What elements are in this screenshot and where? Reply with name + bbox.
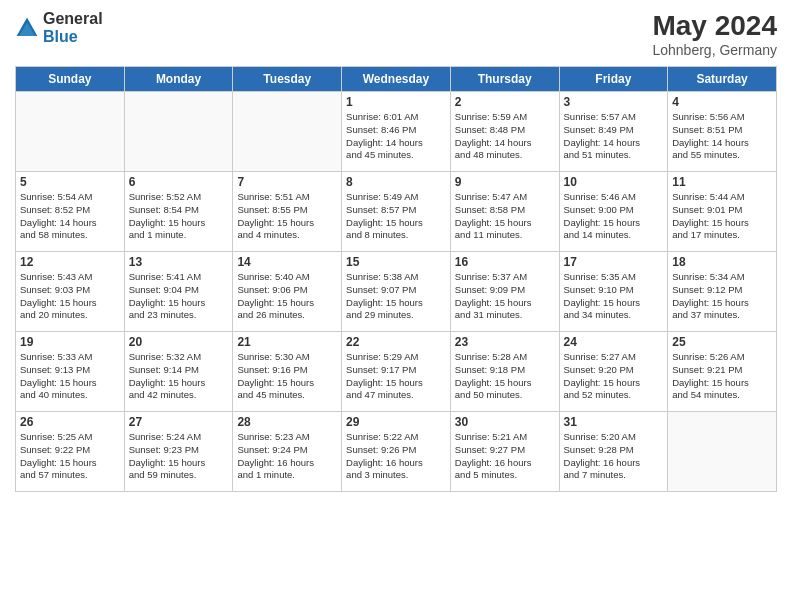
calendar-week-row: 12Sunrise: 5:43 AMSunset: 9:03 PMDayligh…	[16, 252, 777, 332]
calendar-week-row: 1Sunrise: 6:01 AMSunset: 8:46 PMDaylight…	[16, 92, 777, 172]
day-number: 10	[564, 175, 664, 189]
day-number: 8	[346, 175, 446, 189]
day-info: Sunrise: 5:28 AMSunset: 9:18 PMDaylight:…	[455, 351, 555, 402]
weekday-header-saturday: Saturday	[668, 67, 777, 92]
day-info: Sunrise: 5:29 AMSunset: 9:17 PMDaylight:…	[346, 351, 446, 402]
logo-icon	[15, 16, 39, 40]
day-info: Sunrise: 5:35 AMSunset: 9:10 PMDaylight:…	[564, 271, 664, 322]
day-info: Sunrise: 5:56 AMSunset: 8:51 PMDaylight:…	[672, 111, 772, 162]
calendar-cell: 25Sunrise: 5:26 AMSunset: 9:21 PMDayligh…	[668, 332, 777, 412]
calendar-cell: 11Sunrise: 5:44 AMSunset: 9:01 PMDayligh…	[668, 172, 777, 252]
calendar-cell: 30Sunrise: 5:21 AMSunset: 9:27 PMDayligh…	[450, 412, 559, 492]
day-info: Sunrise: 5:33 AMSunset: 9:13 PMDaylight:…	[20, 351, 120, 402]
weekday-header-friday: Friday	[559, 67, 668, 92]
calendar-cell: 16Sunrise: 5:37 AMSunset: 9:09 PMDayligh…	[450, 252, 559, 332]
day-info: Sunrise: 5:23 AMSunset: 9:24 PMDaylight:…	[237, 431, 337, 482]
day-info: Sunrise: 5:52 AMSunset: 8:54 PMDaylight:…	[129, 191, 229, 242]
day-number: 13	[129, 255, 229, 269]
day-info: Sunrise: 5:41 AMSunset: 9:04 PMDaylight:…	[129, 271, 229, 322]
day-info: Sunrise: 5:30 AMSunset: 9:16 PMDaylight:…	[237, 351, 337, 402]
calendar-cell: 7Sunrise: 5:51 AMSunset: 8:55 PMDaylight…	[233, 172, 342, 252]
calendar-cell: 22Sunrise: 5:29 AMSunset: 9:17 PMDayligh…	[342, 332, 451, 412]
calendar-cell: 29Sunrise: 5:22 AMSunset: 9:26 PMDayligh…	[342, 412, 451, 492]
day-info: Sunrise: 5:26 AMSunset: 9:21 PMDaylight:…	[672, 351, 772, 402]
day-info: Sunrise: 5:43 AMSunset: 9:03 PMDaylight:…	[20, 271, 120, 322]
weekday-header-monday: Monday	[124, 67, 233, 92]
day-info: Sunrise: 5:32 AMSunset: 9:14 PMDaylight:…	[129, 351, 229, 402]
day-number: 18	[672, 255, 772, 269]
logo-general: General	[43, 10, 103, 27]
day-number: 1	[346, 95, 446, 109]
day-number: 30	[455, 415, 555, 429]
day-number: 22	[346, 335, 446, 349]
calendar-cell: 12Sunrise: 5:43 AMSunset: 9:03 PMDayligh…	[16, 252, 125, 332]
day-info: Sunrise: 5:25 AMSunset: 9:22 PMDaylight:…	[20, 431, 120, 482]
day-info: Sunrise: 5:40 AMSunset: 9:06 PMDaylight:…	[237, 271, 337, 322]
day-info: Sunrise: 5:21 AMSunset: 9:27 PMDaylight:…	[455, 431, 555, 482]
day-info: Sunrise: 5:49 AMSunset: 8:57 PMDaylight:…	[346, 191, 446, 242]
day-number: 21	[237, 335, 337, 349]
day-number: 5	[20, 175, 120, 189]
day-number: 28	[237, 415, 337, 429]
day-number: 24	[564, 335, 664, 349]
day-info: Sunrise: 5:54 AMSunset: 8:52 PMDaylight:…	[20, 191, 120, 242]
location: Lohnberg, Germany	[652, 42, 777, 58]
weekday-header-wednesday: Wednesday	[342, 67, 451, 92]
calendar-cell: 5Sunrise: 5:54 AMSunset: 8:52 PMDaylight…	[16, 172, 125, 252]
day-number: 26	[20, 415, 120, 429]
day-number: 20	[129, 335, 229, 349]
calendar-week-row: 26Sunrise: 5:25 AMSunset: 9:22 PMDayligh…	[16, 412, 777, 492]
calendar-cell: 17Sunrise: 5:35 AMSunset: 9:10 PMDayligh…	[559, 252, 668, 332]
day-info: Sunrise: 5:37 AMSunset: 9:09 PMDaylight:…	[455, 271, 555, 322]
day-number: 11	[672, 175, 772, 189]
day-info: Sunrise: 5:46 AMSunset: 9:00 PMDaylight:…	[564, 191, 664, 242]
day-number: 9	[455, 175, 555, 189]
header: General Blue May 2024 Lohnberg, Germany	[15, 10, 777, 58]
day-info: Sunrise: 5:47 AMSunset: 8:58 PMDaylight:…	[455, 191, 555, 242]
calendar-page: General Blue May 2024 Lohnberg, Germany …	[0, 0, 792, 612]
calendar-cell: 8Sunrise: 5:49 AMSunset: 8:57 PMDaylight…	[342, 172, 451, 252]
day-number: 17	[564, 255, 664, 269]
calendar-cell: 19Sunrise: 5:33 AMSunset: 9:13 PMDayligh…	[16, 332, 125, 412]
calendar-cell: 28Sunrise: 5:23 AMSunset: 9:24 PMDayligh…	[233, 412, 342, 492]
day-number: 31	[564, 415, 664, 429]
calendar-cell: 9Sunrise: 5:47 AMSunset: 8:58 PMDaylight…	[450, 172, 559, 252]
day-number: 15	[346, 255, 446, 269]
calendar-cell: 10Sunrise: 5:46 AMSunset: 9:00 PMDayligh…	[559, 172, 668, 252]
day-number: 2	[455, 95, 555, 109]
calendar-cell	[16, 92, 125, 172]
day-info: Sunrise: 5:20 AMSunset: 9:28 PMDaylight:…	[564, 431, 664, 482]
day-number: 16	[455, 255, 555, 269]
day-info: Sunrise: 5:59 AMSunset: 8:48 PMDaylight:…	[455, 111, 555, 162]
calendar-week-row: 5Sunrise: 5:54 AMSunset: 8:52 PMDaylight…	[16, 172, 777, 252]
calendar-cell: 2Sunrise: 5:59 AMSunset: 8:48 PMDaylight…	[450, 92, 559, 172]
calendar-week-row: 19Sunrise: 5:33 AMSunset: 9:13 PMDayligh…	[16, 332, 777, 412]
calendar-cell: 13Sunrise: 5:41 AMSunset: 9:04 PMDayligh…	[124, 252, 233, 332]
calendar-cell: 1Sunrise: 6:01 AMSunset: 8:46 PMDaylight…	[342, 92, 451, 172]
day-number: 3	[564, 95, 664, 109]
calendar-cell: 24Sunrise: 5:27 AMSunset: 9:20 PMDayligh…	[559, 332, 668, 412]
day-info: Sunrise: 5:51 AMSunset: 8:55 PMDaylight:…	[237, 191, 337, 242]
calendar-cell: 20Sunrise: 5:32 AMSunset: 9:14 PMDayligh…	[124, 332, 233, 412]
calendar-cell	[233, 92, 342, 172]
day-number: 14	[237, 255, 337, 269]
day-info: Sunrise: 5:44 AMSunset: 9:01 PMDaylight:…	[672, 191, 772, 242]
calendar-cell: 26Sunrise: 5:25 AMSunset: 9:22 PMDayligh…	[16, 412, 125, 492]
day-number: 27	[129, 415, 229, 429]
day-info: Sunrise: 5:27 AMSunset: 9:20 PMDaylight:…	[564, 351, 664, 402]
day-info: Sunrise: 5:34 AMSunset: 9:12 PMDaylight:…	[672, 271, 772, 322]
logo: General Blue	[15, 10, 103, 45]
day-info: Sunrise: 5:38 AMSunset: 9:07 PMDaylight:…	[346, 271, 446, 322]
day-number: 25	[672, 335, 772, 349]
day-number: 12	[20, 255, 120, 269]
calendar-cell: 15Sunrise: 5:38 AMSunset: 9:07 PMDayligh…	[342, 252, 451, 332]
weekday-header-tuesday: Tuesday	[233, 67, 342, 92]
calendar-cell: 31Sunrise: 5:20 AMSunset: 9:28 PMDayligh…	[559, 412, 668, 492]
title-block: May 2024 Lohnberg, Germany	[652, 10, 777, 58]
day-number: 19	[20, 335, 120, 349]
month-year: May 2024	[652, 10, 777, 42]
calendar-cell: 4Sunrise: 5:56 AMSunset: 8:51 PMDaylight…	[668, 92, 777, 172]
day-number: 23	[455, 335, 555, 349]
day-number: 4	[672, 95, 772, 109]
calendar-cell: 23Sunrise: 5:28 AMSunset: 9:18 PMDayligh…	[450, 332, 559, 412]
